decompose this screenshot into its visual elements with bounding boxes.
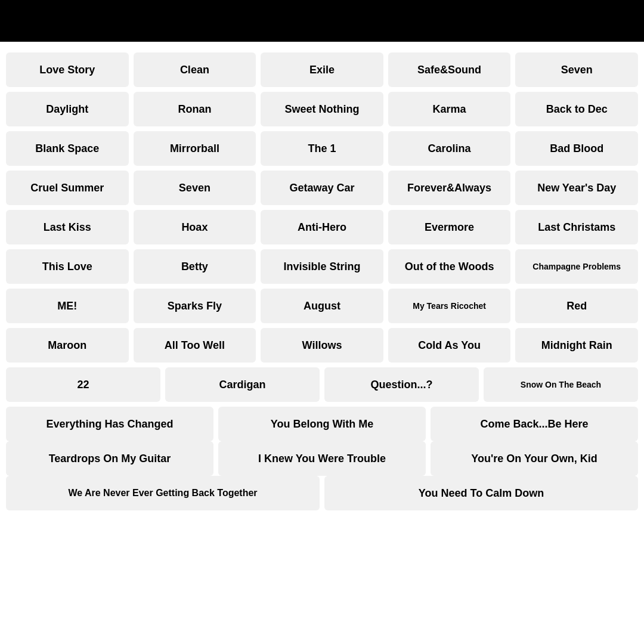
song-card[interactable]: We Are Never Ever Getting Back Together xyxy=(6,476,320,510)
song-card[interactable]: Evermore xyxy=(388,210,511,244)
song-row-3: Blank SpaceMirrorballThe 1CarolinaBad Bl… xyxy=(6,131,638,166)
song-card[interactable]: Cardigan xyxy=(165,367,320,402)
song-card[interactable]: All Too Well xyxy=(134,328,256,363)
song-card[interactable]: New Year's Day xyxy=(515,171,638,205)
song-card[interactable]: Sweet Nothing xyxy=(261,92,383,126)
song-card[interactable]: Clean xyxy=(134,52,256,87)
song-card[interactable]: Exile xyxy=(261,52,383,87)
song-row-2: DaylightRonanSweet NothingKarmaBack to D… xyxy=(6,92,638,126)
song-row-5: Last KissHoaxAnti-HeroEvermoreLast Chris… xyxy=(6,210,638,244)
song-card[interactable]: You Need To Calm Down xyxy=(324,476,638,510)
song-row-9: 22CardiganQuestion...?Snow On The Beach xyxy=(6,367,638,402)
song-card[interactable]: Red xyxy=(515,289,638,323)
song-card[interactable]: Cruel Summer xyxy=(6,171,129,205)
song-card[interactable]: Come Back...Be Here xyxy=(431,407,638,441)
song-row-8: MaroonAll Too WellWillowsCold As YouMidn… xyxy=(6,328,638,363)
song-card[interactable]: You're On Your Own, Kid xyxy=(431,441,638,476)
bottom-row-3: We Are Never Ever Getting Back TogetherY… xyxy=(6,476,638,510)
song-card[interactable]: Seven xyxy=(134,171,256,205)
song-card[interactable]: Sparks Fly xyxy=(134,289,256,323)
song-card[interactable]: Invisible String xyxy=(261,249,383,284)
song-card[interactable]: Bad Blood xyxy=(515,131,638,166)
song-card[interactable]: ME! xyxy=(6,289,129,323)
song-card[interactable]: Maroon xyxy=(6,328,129,363)
song-card[interactable]: Question...? xyxy=(324,367,479,402)
song-card[interactable]: My Tears Ricochet xyxy=(388,289,511,323)
song-card[interactable]: Willows xyxy=(261,328,383,363)
song-card[interactable]: Mirrorball xyxy=(134,131,256,166)
song-card[interactable]: Safe&Sound xyxy=(388,52,511,87)
song-card[interactable]: Last Christams xyxy=(515,210,638,244)
song-card[interactable]: Blank Space xyxy=(6,131,129,166)
song-card[interactable]: Out of the Woods xyxy=(388,249,511,284)
song-card[interactable]: The 1 xyxy=(261,131,383,166)
song-card[interactable]: Everything Has Changed xyxy=(6,407,213,441)
song-card[interactable]: This Love xyxy=(6,249,129,284)
song-card[interactable]: Forever&Always xyxy=(388,171,511,205)
song-card[interactable]: Cold As You xyxy=(388,328,511,363)
song-row-1: Love StoryCleanExileSafe&SoundSeven xyxy=(6,52,638,87)
bottom-row-2: Teardrops On My GuitarI Knew You Were Tr… xyxy=(6,441,638,476)
bottom-row-1: Everything Has ChangedYou Belong With Me… xyxy=(6,407,638,441)
song-row-4: Cruel SummerSevenGetaway CarForever&Alwa… xyxy=(6,171,638,205)
song-card[interactable]: Love Story xyxy=(6,52,129,87)
song-card[interactable]: Last Kiss xyxy=(6,210,129,244)
song-card[interactable]: Seven xyxy=(515,52,638,87)
song-card[interactable]: Teardrops On My Guitar xyxy=(6,441,213,476)
song-card[interactable]: I Knew You Were Trouble xyxy=(218,441,426,476)
song-card[interactable]: 22 xyxy=(6,367,160,402)
song-card[interactable]: Anti-Hero xyxy=(261,210,383,244)
song-card[interactable]: You Belong With Me xyxy=(218,407,426,441)
content: Love StoryCleanExileSafe&SoundSevenDayli… xyxy=(0,42,644,516)
song-card[interactable]: Snow On The Beach xyxy=(484,367,638,402)
song-card[interactable]: Karma xyxy=(388,92,511,126)
song-row-6: This LoveBettyInvisible StringOut of the… xyxy=(6,249,638,284)
song-card[interactable]: Carolina xyxy=(388,131,511,166)
song-card[interactable]: Midnight Rain xyxy=(515,328,638,363)
song-row-7: ME!Sparks FlyAugustMy Tears RicochetRed xyxy=(6,289,638,323)
song-card[interactable]: August xyxy=(261,289,383,323)
song-card[interactable]: Champagne Problems xyxy=(515,249,638,284)
song-card[interactable]: Getaway Car xyxy=(261,171,383,205)
song-card[interactable]: Ronan xyxy=(134,92,256,126)
song-card[interactable]: Back to Dec xyxy=(515,92,638,126)
song-card[interactable]: Daylight xyxy=(6,92,129,126)
song-card[interactable]: Betty xyxy=(134,249,256,284)
song-card[interactable]: Hoax xyxy=(134,210,256,244)
header xyxy=(0,0,644,42)
